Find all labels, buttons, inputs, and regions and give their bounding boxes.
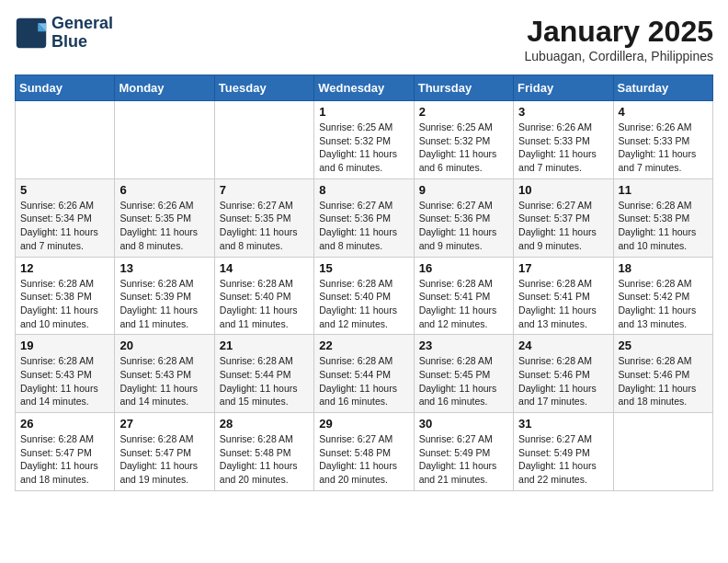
weekday-sunday: Sunday xyxy=(16,75,115,101)
day-number: 27 xyxy=(119,417,209,431)
day-number: 31 xyxy=(518,417,608,431)
day-number: 4 xyxy=(619,105,708,119)
calendar-cell: 21Sunrise: 6:28 AMSunset: 5:44 PMDayligh… xyxy=(214,335,313,413)
day-number: 22 xyxy=(319,339,408,352)
calendar-table: SundayMondayTuesdayWednesdayThursdayFrid… xyxy=(15,75,713,491)
logo-line2: Blue xyxy=(51,33,113,52)
day-info: Sunrise: 6:28 AMSunset: 5:47 PMDaylight:… xyxy=(119,432,209,487)
day-info: Sunrise: 6:28 AMSunset: 5:45 PMDaylight:… xyxy=(419,354,508,408)
day-number: 20 xyxy=(119,339,209,352)
day-info: Sunrise: 6:28 AMSunset: 5:44 PMDaylight:… xyxy=(220,354,309,408)
day-number: 18 xyxy=(619,261,708,275)
day-number: 24 xyxy=(518,339,608,352)
day-info: Sunrise: 6:28 AMSunset: 5:40 PMDaylight:… xyxy=(220,277,309,331)
day-info: Sunrise: 6:26 AMSunset: 5:34 PMDaylight:… xyxy=(20,199,109,253)
day-number: 16 xyxy=(419,261,508,275)
day-number: 28 xyxy=(220,417,309,431)
day-info: Sunrise: 6:27 AMSunset: 5:48 PMDaylight:… xyxy=(319,432,408,487)
day-info: Sunrise: 6:27 AMSunset: 5:35 PMDaylight:… xyxy=(220,199,309,253)
day-info: Sunrise: 6:28 AMSunset: 5:44 PMDaylight:… xyxy=(319,354,408,408)
calendar-cell xyxy=(16,101,115,179)
day-info: Sunrise: 6:28 AMSunset: 5:46 PMDaylight:… xyxy=(518,354,608,408)
calendar-body: 1Sunrise: 6:25 AMSunset: 5:32 PMDaylight… xyxy=(16,101,713,491)
calendar-cell: 18Sunrise: 6:28 AMSunset: 5:42 PMDayligh… xyxy=(613,257,712,335)
day-number: 9 xyxy=(419,183,508,197)
day-number: 23 xyxy=(419,339,508,352)
day-info: Sunrise: 6:27 AMSunset: 5:36 PMDaylight:… xyxy=(319,199,408,253)
calendar-cell: 1Sunrise: 6:25 AMSunset: 5:32 PMDaylight… xyxy=(314,101,414,179)
day-number: 11 xyxy=(619,183,708,197)
weekday-header-row: SundayMondayTuesdayWednesdayThursdayFrid… xyxy=(16,75,713,101)
day-info: Sunrise: 6:28 AMSunset: 5:39 PMDaylight:… xyxy=(119,277,209,331)
calendar-cell: 30Sunrise: 6:27 AMSunset: 5:49 PMDayligh… xyxy=(414,413,513,491)
calendar-cell: 9Sunrise: 6:27 AMSunset: 5:36 PMDaylight… xyxy=(414,178,513,257)
calendar-week-3: 12Sunrise: 6:28 AMSunset: 5:38 PMDayligh… xyxy=(16,257,713,335)
weekday-saturday: Saturday xyxy=(613,75,712,101)
day-number: 17 xyxy=(518,261,608,275)
day-number: 13 xyxy=(119,261,209,275)
calendar-cell: 4Sunrise: 6:26 AMSunset: 5:33 PMDaylight… xyxy=(613,101,712,179)
calendar-week-5: 26Sunrise: 6:28 AMSunset: 5:47 PMDayligh… xyxy=(16,413,713,491)
calendar-cell: 27Sunrise: 6:28 AMSunset: 5:47 PMDayligh… xyxy=(115,413,214,491)
day-info: Sunrise: 6:25 AMSunset: 5:32 PMDaylight:… xyxy=(319,121,408,175)
calendar-cell: 12Sunrise: 6:28 AMSunset: 5:38 PMDayligh… xyxy=(16,257,115,335)
calendar-cell xyxy=(214,101,313,179)
calendar-cell: 2Sunrise: 6:25 AMSunset: 5:32 PMDaylight… xyxy=(414,101,513,179)
calendar-cell: 25Sunrise: 6:28 AMSunset: 5:46 PMDayligh… xyxy=(613,335,712,413)
day-info: Sunrise: 6:27 AMSunset: 5:37 PMDaylight:… xyxy=(518,199,608,253)
day-number: 3 xyxy=(518,105,608,119)
month-title: January 2025 xyxy=(525,15,713,49)
day-info: Sunrise: 6:26 AMSunset: 5:35 PMDaylight:… xyxy=(119,199,209,253)
location: Lubuagan, Cordillera, Philippines xyxy=(525,49,713,63)
calendar-cell: 24Sunrise: 6:28 AMSunset: 5:46 PMDayligh… xyxy=(514,335,613,413)
calendar-cell: 11Sunrise: 6:28 AMSunset: 5:38 PMDayligh… xyxy=(613,178,712,257)
day-info: Sunrise: 6:28 AMSunset: 5:38 PMDaylight:… xyxy=(619,199,708,253)
day-number: 19 xyxy=(20,339,109,352)
day-info: Sunrise: 6:27 AMSunset: 5:49 PMDaylight:… xyxy=(518,432,608,487)
calendar-cell: 28Sunrise: 6:28 AMSunset: 5:48 PMDayligh… xyxy=(214,413,313,491)
day-number: 2 xyxy=(419,105,508,119)
calendar-cell: 8Sunrise: 6:27 AMSunset: 5:36 PMDaylight… xyxy=(314,178,414,257)
calendar-cell: 15Sunrise: 6:28 AMSunset: 5:40 PMDayligh… xyxy=(314,257,414,335)
day-number: 8 xyxy=(319,183,408,197)
calendar-cell xyxy=(115,101,214,179)
day-info: Sunrise: 6:28 AMSunset: 5:41 PMDaylight:… xyxy=(419,277,508,331)
day-info: Sunrise: 6:28 AMSunset: 5:48 PMDaylight:… xyxy=(220,432,309,487)
calendar-header: SundayMondayTuesdayWednesdayThursdayFrid… xyxy=(16,75,713,101)
weekday-thursday: Thursday xyxy=(414,75,513,101)
day-info: Sunrise: 6:27 AMSunset: 5:49 PMDaylight:… xyxy=(419,432,508,487)
day-number: 15 xyxy=(319,261,408,275)
calendar-cell: 19Sunrise: 6:28 AMSunset: 5:43 PMDayligh… xyxy=(16,335,115,413)
day-info: Sunrise: 6:28 AMSunset: 5:43 PMDaylight:… xyxy=(20,354,109,408)
day-info: Sunrise: 6:28 AMSunset: 5:42 PMDaylight:… xyxy=(619,277,708,331)
day-info: Sunrise: 6:25 AMSunset: 5:32 PMDaylight:… xyxy=(419,121,508,175)
day-number: 5 xyxy=(20,183,109,197)
day-info: Sunrise: 6:28 AMSunset: 5:46 PMDaylight:… xyxy=(619,354,708,408)
day-number: 14 xyxy=(220,261,309,275)
calendar-cell: 31Sunrise: 6:27 AMSunset: 5:49 PMDayligh… xyxy=(514,413,613,491)
calendar-cell: 13Sunrise: 6:28 AMSunset: 5:39 PMDayligh… xyxy=(115,257,214,335)
day-number: 21 xyxy=(220,339,309,352)
day-info: Sunrise: 6:28 AMSunset: 5:47 PMDaylight:… xyxy=(20,432,109,487)
weekday-monday: Monday xyxy=(115,75,214,101)
calendar-cell: 17Sunrise: 6:28 AMSunset: 5:41 PMDayligh… xyxy=(514,257,613,335)
logo-icon xyxy=(15,17,48,50)
day-info: Sunrise: 6:28 AMSunset: 5:43 PMDaylight:… xyxy=(119,354,209,408)
page-header: General Blue January 2025 Lubuagan, Cord… xyxy=(15,15,713,63)
calendar-week-4: 19Sunrise: 6:28 AMSunset: 5:43 PMDayligh… xyxy=(16,335,713,413)
calendar-cell: 26Sunrise: 6:28 AMSunset: 5:47 PMDayligh… xyxy=(16,413,115,491)
day-info: Sunrise: 6:26 AMSunset: 5:33 PMDaylight:… xyxy=(518,121,608,175)
day-number: 12 xyxy=(20,261,109,275)
day-info: Sunrise: 6:28 AMSunset: 5:40 PMDaylight:… xyxy=(319,277,408,331)
day-number: 1 xyxy=(319,105,408,119)
day-info: Sunrise: 6:28 AMSunset: 5:41 PMDaylight:… xyxy=(518,277,608,331)
svg-rect-0 xyxy=(17,18,46,48)
calendar-cell: 16Sunrise: 6:28 AMSunset: 5:41 PMDayligh… xyxy=(414,257,513,335)
calendar-cell: 10Sunrise: 6:27 AMSunset: 5:37 PMDayligh… xyxy=(514,178,613,257)
calendar-cell: 22Sunrise: 6:28 AMSunset: 5:44 PMDayligh… xyxy=(314,335,414,413)
day-info: Sunrise: 6:27 AMSunset: 5:36 PMDaylight:… xyxy=(419,199,508,253)
calendar-cell: 7Sunrise: 6:27 AMSunset: 5:35 PMDaylight… xyxy=(214,178,313,257)
calendar-cell: 3Sunrise: 6:26 AMSunset: 5:33 PMDaylight… xyxy=(514,101,613,179)
logo-text: General Blue xyxy=(51,15,113,52)
day-number: 7 xyxy=(220,183,309,197)
